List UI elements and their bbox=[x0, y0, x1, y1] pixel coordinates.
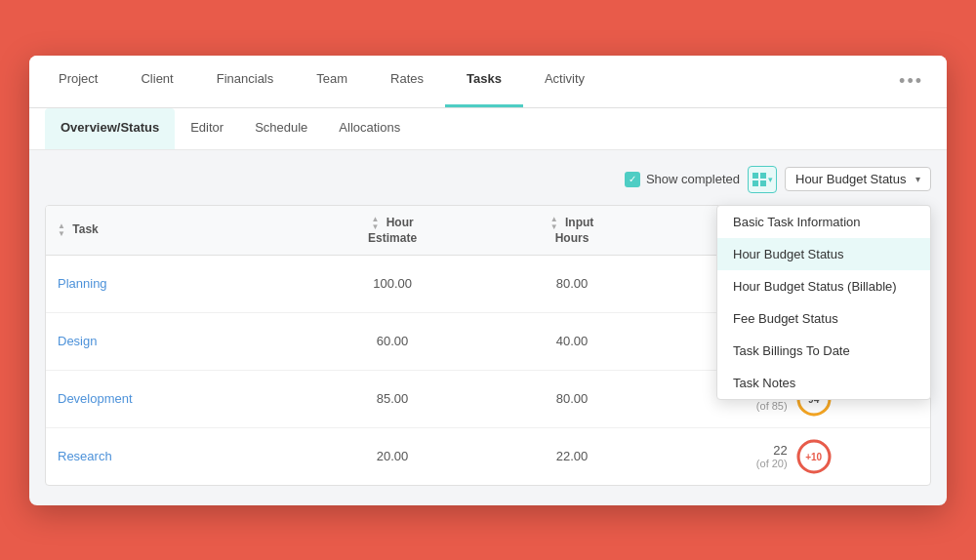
task-name-cell[interactable]: Design bbox=[46, 312, 300, 370]
menu-item-task-billings[interactable]: Task Billings To Date bbox=[717, 335, 930, 367]
sort-arrows-hour-estimate: ▲▼ bbox=[371, 216, 379, 231]
menu-item-fee-budget[interactable]: Fee Budget Status bbox=[717, 302, 930, 335]
toolbar: ✓ Show completed ▾ Hour Budget Status ▾ bbox=[45, 166, 931, 193]
sub-tab-overview[interactable]: Overview/Status bbox=[45, 108, 175, 149]
menu-item-hour-budget[interactable]: Hour Budget Status bbox=[717, 238, 930, 270]
sort-arrows-input-hours: ▲▼ bbox=[550, 216, 558, 231]
show-completed-label: Show completed bbox=[646, 172, 740, 186]
input-hours-cell: 80.00 bbox=[486, 255, 659, 312]
sort-arrows-task: ▲▼ bbox=[58, 222, 65, 238]
svg-rect-1 bbox=[760, 173, 766, 179]
tab-project[interactable]: Project bbox=[37, 56, 119, 107]
hour-estimate-cell: 85.00 bbox=[300, 370, 486, 427]
tab-rates[interactable]: Rates bbox=[369, 56, 445, 107]
menu-item-hour-budget-billable[interactable]: Hour Budget Status (Billable) bbox=[717, 270, 930, 302]
svg-rect-0 bbox=[752, 173, 758, 179]
hour-estimate-cell: 60.00 bbox=[300, 312, 486, 370]
hour-estimate-cell: 20.00 bbox=[300, 427, 486, 485]
show-completed-toggle[interactable]: ✓ Show completed bbox=[625, 172, 740, 187]
table-row: Research20.0022.0022(of 20)+10 bbox=[46, 427, 930, 485]
grid-view-button[interactable]: ▾ bbox=[748, 166, 777, 193]
dropdown-label: Hour Budget Status bbox=[795, 172, 906, 186]
sub-tab-allocations[interactable]: Allocations bbox=[323, 108, 416, 149]
dropdown-menu: Basic Task Information Hour Budget Statu… bbox=[716, 205, 931, 400]
tab-client[interactable]: Client bbox=[119, 56, 194, 107]
dropdown-arrow-icon: ▾ bbox=[915, 174, 920, 184]
svg-rect-3 bbox=[760, 180, 766, 186]
col-header-hour-estimate[interactable]: ▲▼ HourEstimate bbox=[300, 206, 486, 256]
task-name-cell[interactable]: Development bbox=[46, 370, 300, 427]
tab-tasks[interactable]: Tasks bbox=[445, 56, 523, 107]
tab-financials[interactable]: Financials bbox=[195, 56, 296, 107]
input-hours-cell: 22.00 bbox=[486, 427, 659, 485]
col-header-input-hours[interactable]: ▲▼ InputHours bbox=[486, 206, 659, 256]
main-window: Project Client Financials Team Rates Tas… bbox=[29, 56, 947, 505]
menu-item-task-notes[interactable]: Task Notes bbox=[717, 367, 930, 399]
percent-complete-cell: 22(of 20)+10 bbox=[659, 427, 930, 485]
more-tabs-button[interactable]: ••• bbox=[883, 56, 939, 107]
content-area: ✓ Show completed ▾ Hour Budget Status ▾ … bbox=[29, 150, 947, 505]
sub-nav: Overview/Status Editor Schedule Allocati… bbox=[29, 108, 947, 150]
show-completed-checkbox[interactable]: ✓ bbox=[625, 172, 640, 187]
task-name-cell[interactable]: Research bbox=[46, 427, 300, 485]
hour-estimate-cell: 100.00 bbox=[300, 255, 486, 312]
top-nav: Project Client Financials Team Rates Tas… bbox=[29, 56, 947, 108]
menu-item-basic[interactable]: Basic Task Information bbox=[717, 206, 930, 238]
progress-circle: +10 bbox=[795, 438, 833, 475]
task-name-cell[interactable]: Planning bbox=[46, 255, 300, 312]
sub-tab-schedule[interactable]: Schedule bbox=[239, 108, 323, 149]
tab-activity[interactable]: Activity bbox=[523, 56, 606, 107]
input-hours-cell: 80.00 bbox=[486, 370, 659, 427]
sub-tab-editor[interactable]: Editor bbox=[175, 108, 239, 149]
dropdown-small-arrow: ▾ bbox=[768, 175, 773, 184]
input-hours-cell: 40.00 bbox=[486, 312, 659, 370]
col-header-task[interactable]: ▲▼ Task bbox=[46, 206, 300, 256]
tab-team[interactable]: Team bbox=[295, 56, 369, 107]
svg-rect-2 bbox=[752, 180, 758, 186]
view-dropdown-button[interactable]: Hour Budget Status ▾ bbox=[785, 167, 931, 191]
